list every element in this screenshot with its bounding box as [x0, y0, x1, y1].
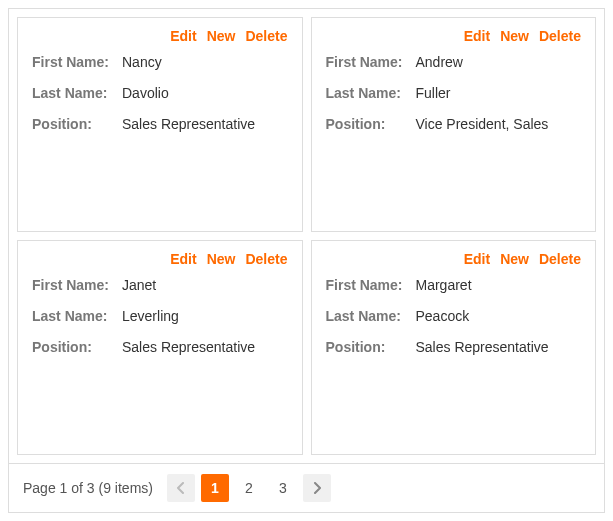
- edit-button[interactable]: Edit: [170, 251, 196, 267]
- last-name-value: Fuller: [416, 85, 451, 102]
- position-label: Position:: [326, 116, 416, 133]
- first-name-label: First Name:: [326, 277, 416, 294]
- chevron-left-icon: [176, 482, 186, 494]
- first-name-value: Janet: [122, 277, 156, 294]
- new-button[interactable]: New: [207, 28, 236, 44]
- first-name-value: Andrew: [416, 54, 463, 71]
- last-name-row: Last Name: Peacock: [326, 308, 582, 325]
- edit-button[interactable]: Edit: [464, 251, 490, 267]
- pager-info-text: Page 1 of 3 (9 items): [23, 480, 153, 496]
- employee-card: Edit New Delete First Name: Nancy Last N…: [17, 17, 303, 232]
- delete-button[interactable]: Delete: [539, 251, 581, 267]
- last-name-row: Last Name: Leverling: [32, 308, 288, 325]
- position-row: Position: Sales Representative: [326, 339, 582, 356]
- first-name-row: First Name: Andrew: [326, 54, 582, 71]
- new-button[interactable]: New: [500, 251, 529, 267]
- first-name-row: First Name: Margaret: [326, 277, 582, 294]
- first-name-row: First Name: Nancy: [32, 54, 288, 71]
- first-name-label: First Name:: [326, 54, 416, 71]
- card-actions: Edit New Delete: [32, 28, 288, 44]
- position-label: Position:: [32, 116, 122, 133]
- first-name-value: Margaret: [416, 277, 472, 294]
- last-name-label: Last Name:: [326, 308, 416, 325]
- delete-button[interactable]: Delete: [245, 28, 287, 44]
- next-page-button[interactable]: [303, 474, 331, 502]
- last-name-value: Davolio: [122, 85, 169, 102]
- first-name-label: First Name:: [32, 277, 122, 294]
- data-grid-container: Edit New Delete First Name: Nancy Last N…: [8, 8, 605, 513]
- edit-button[interactable]: Edit: [464, 28, 490, 44]
- position-value: Sales Representative: [122, 116, 255, 133]
- position-value: Sales Representative: [122, 339, 255, 356]
- pager-nav: 1 2 3: [167, 474, 331, 502]
- page-number-button[interactable]: 1: [201, 474, 229, 502]
- employee-card: Edit New Delete First Name: Janet Last N…: [17, 240, 303, 455]
- last-name-row: Last Name: Fuller: [326, 85, 582, 102]
- pager: Page 1 of 3 (9 items) 1 2 3: [9, 463, 604, 512]
- employee-card: Edit New Delete First Name: Andrew Last …: [311, 17, 597, 232]
- prev-page-button[interactable]: [167, 474, 195, 502]
- position-value: Sales Representative: [416, 339, 549, 356]
- employee-card: Edit New Delete First Name: Margaret Las…: [311, 240, 597, 455]
- first-name-value: Nancy: [122, 54, 162, 71]
- card-actions: Edit New Delete: [326, 251, 582, 267]
- last-name-value: Leverling: [122, 308, 179, 325]
- last-name-label: Last Name:: [32, 85, 122, 102]
- new-button[interactable]: New: [500, 28, 529, 44]
- first-name-row: First Name: Janet: [32, 277, 288, 294]
- new-button[interactable]: New: [207, 251, 236, 267]
- position-label: Position:: [32, 339, 122, 356]
- first-name-label: First Name:: [32, 54, 122, 71]
- last-name-row: Last Name: Davolio: [32, 85, 288, 102]
- position-row: Position: Sales Representative: [32, 116, 288, 133]
- card-actions: Edit New Delete: [326, 28, 582, 44]
- position-value: Vice President, Sales: [416, 116, 549, 133]
- position-label: Position:: [326, 339, 416, 356]
- last-name-label: Last Name:: [326, 85, 416, 102]
- page-number-button[interactable]: 2: [235, 474, 263, 502]
- edit-button[interactable]: Edit: [170, 28, 196, 44]
- delete-button[interactable]: Delete: [245, 251, 287, 267]
- delete-button[interactable]: Delete: [539, 28, 581, 44]
- last-name-value: Peacock: [416, 308, 470, 325]
- last-name-label: Last Name:: [32, 308, 122, 325]
- card-grid: Edit New Delete First Name: Nancy Last N…: [9, 9, 604, 463]
- position-row: Position: Vice President, Sales: [326, 116, 582, 133]
- chevron-right-icon: [312, 482, 322, 494]
- position-row: Position: Sales Representative: [32, 339, 288, 356]
- card-actions: Edit New Delete: [32, 251, 288, 267]
- page-number-button[interactable]: 3: [269, 474, 297, 502]
